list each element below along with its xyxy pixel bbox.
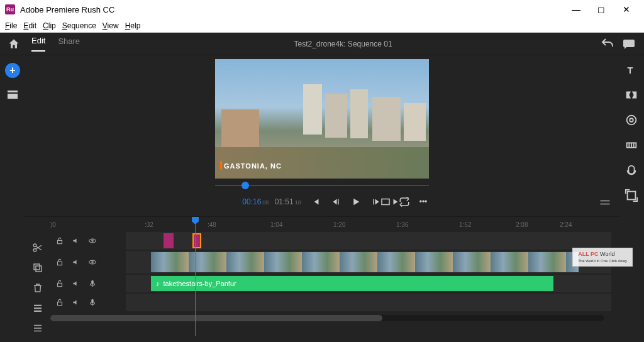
loop-icon[interactable]	[399, 196, 410, 207]
more-icon[interactable]: •••	[418, 196, 429, 207]
svg-rect-19	[58, 302, 62, 305]
mute-icon[interactable]	[72, 258, 80, 267]
timeline-left-tools	[25, 217, 50, 342]
ruler-mark: 1:52	[459, 221, 471, 228]
svg-point-15	[89, 260, 96, 264]
svg-rect-14	[58, 262, 62, 265]
color-icon[interactable]	[625, 113, 638, 127]
mic-icon[interactable]	[88, 279, 97, 288]
tab-edit[interactable]: Edit	[31, 36, 45, 52]
watermark: ALL PC World The World In One Click Away	[572, 248, 633, 267]
svg-rect-3	[382, 199, 389, 205]
menu-bar: File Edit Clip Sequence View Help	[0, 19, 644, 33]
svg-point-12	[89, 239, 96, 243]
svg-point-23	[630, 118, 633, 122]
menu-view[interactable]: View	[103, 21, 119, 30]
audio-clip[interactable]: ♪ takethestairs-by_Panfur	[151, 276, 553, 291]
svg-point-16	[92, 262, 93, 263]
overlay-accent-bar	[220, 161, 222, 170]
window-title: Adobe Premiere Rush CC	[20, 5, 564, 14]
ruler-mark: 1:20	[333, 221, 345, 228]
svg-rect-9	[34, 307, 42, 309]
track-video	[50, 251, 611, 273]
timeline-view-icon[interactable]	[599, 198, 611, 207]
svg-point-13	[92, 240, 93, 241]
expand-tracks-icon[interactable]	[32, 323, 43, 334]
svg-rect-26	[628, 192, 636, 200]
audio-icon[interactable]	[625, 163, 638, 177]
mute-icon[interactable]	[72, 236, 80, 245]
transitions-icon[interactable]	[625, 88, 638, 102]
track-audio-1: ♪ takethestairs-by_Panfur	[50, 275, 611, 292]
ruler-mark: 1:04	[270, 221, 282, 228]
ruler-mark: )0	[50, 221, 56, 228]
lock-icon[interactable]	[55, 258, 64, 267]
playhead[interactable]	[195, 217, 196, 336]
window-titlebar: Ru Adobe Premiere Rush CC — ◻ ✕	[0, 0, 644, 19]
duplicate-icon[interactable]	[32, 262, 43, 273]
svg-rect-25	[628, 166, 634, 174]
menu-edit[interactable]: Edit	[23, 21, 36, 30]
undo-icon[interactable]	[600, 36, 615, 52]
lock-icon[interactable]	[55, 279, 64, 288]
lock-icon[interactable]	[55, 236, 64, 245]
svg-rect-18	[91, 280, 94, 285]
timeline-scrollbar[interactable]	[50, 315, 604, 321]
svg-rect-17	[58, 283, 62, 286]
video-preview: GASTONIA, NC 00:1608 01:5118	[215, 59, 429, 212]
project-title: Test2_drone4k: Sequence 01	[92, 40, 594, 48]
track-title	[50, 232, 611, 250]
svg-rect-11	[58, 240, 62, 243]
comment-icon[interactable]	[621, 36, 636, 52]
minimize-button[interactable]: —	[564, 0, 589, 19]
play-icon[interactable]	[350, 196, 362, 207]
visibility-icon[interactable]	[88, 236, 97, 245]
music-note-icon: ♪	[156, 280, 160, 287]
tab-share[interactable]: Share	[58, 36, 80, 51]
project-panel-icon[interactable]	[5, 87, 20, 102]
scrub-handle[interactable]	[242, 182, 249, 189]
time-ruler[interactable]: )0:32:481:041:201:361:522:082:24	[50, 217, 619, 232]
track-audio-2	[50, 294, 611, 311]
mute-icon[interactable]	[72, 298, 80, 307]
title-clip-1[interactable]	[164, 233, 174, 248]
track-options-icon[interactable]	[32, 302, 43, 314]
transform-icon[interactable]	[625, 189, 638, 202]
video-clip[interactable]	[151, 252, 579, 272]
app-logo-icon: Ru	[5, 4, 15, 14]
titles-icon[interactable]: T	[625, 63, 638, 77]
scrollbar-thumb[interactable]	[50, 315, 382, 321]
go-start-icon[interactable]	[310, 196, 321, 207]
home-icon[interactable]	[8, 38, 20, 50]
scrub-bar[interactable]	[215, 180, 429, 191]
ruler-mark: :32	[145, 221, 153, 228]
visibility-icon[interactable]	[88, 258, 97, 267]
video-frame[interactable]: GASTONIA, NC	[215, 59, 429, 179]
menu-file[interactable]: File	[5, 21, 17, 30]
maximize-button[interactable]: ◻	[589, 0, 614, 19]
right-toolbar: T	[619, 55, 644, 342]
timecode: 00:1608 01:5118	[242, 197, 301, 206]
svg-rect-7	[34, 264, 40, 270]
ruler-mark: :48	[208, 221, 216, 228]
menu-help[interactable]: Help	[125, 21, 141, 30]
svg-rect-10	[34, 311, 42, 312]
audio-clip-label: takethestairs-by_Panfur	[164, 280, 236, 287]
mic-icon[interactable]	[88, 298, 97, 307]
step-back-icon[interactable]	[330, 196, 341, 207]
scissors-icon[interactable]	[32, 242, 43, 253]
delete-icon[interactable]	[32, 282, 43, 294]
fullscreen-icon[interactable]	[380, 196, 391, 207]
speed-icon[interactable]	[625, 138, 638, 152]
svg-point-22	[627, 116, 636, 125]
timeline: )0:32:481:041:201:361:522:082:24	[25, 216, 619, 342]
add-media-button[interactable]: +	[5, 63, 20, 78]
menu-sequence[interactable]: Sequence	[62, 21, 96, 30]
playback-controls: 00:1608 01:5118 •••	[215, 191, 429, 212]
ruler-mark: 2:24	[560, 221, 572, 228]
menu-clip[interactable]: Clip	[43, 21, 56, 30]
mute-icon[interactable]	[72, 279, 80, 288]
close-button[interactable]: ✕	[614, 0, 639, 19]
title-clip-selected[interactable]	[192, 233, 201, 248]
lock-icon[interactable]	[55, 298, 64, 307]
